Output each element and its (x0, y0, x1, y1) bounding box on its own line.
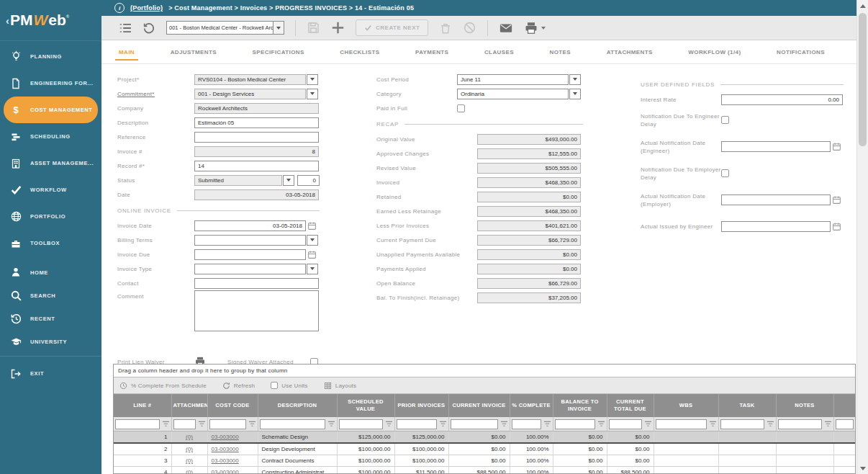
filter-input-prior-invoices[interactable] (397, 419, 437, 429)
sidebar-item-recent[interactable]: RECENT (0, 307, 101, 330)
sidebar-item-engineering-forms[interactable]: ENGINEERING FOR... (0, 70, 101, 97)
contact-field[interactable] (194, 278, 319, 289)
chevron-down-icon[interactable] (307, 89, 318, 99)
column-header-line[interactable]: LINE # (114, 394, 171, 417)
attachment-link[interactable]: (0) (186, 434, 193, 440)
attachment-link[interactable]: (0) (186, 469, 193, 474)
record-number-field[interactable]: 14 (194, 161, 319, 171)
filter-input-wbs[interactable] (656, 419, 707, 429)
column-header-wbs[interactable]: WBS (654, 394, 718, 417)
commitment-select[interactable]: 001 - Design Services (194, 89, 306, 99)
chevron-down-icon[interactable] (307, 264, 318, 274)
tab-specifications[interactable]: SPECIFICATIONS (253, 40, 304, 63)
project-select[interactable]: RVS0104 - Boston Medical Center (194, 74, 306, 85)
print-options-chevron-icon[interactable] (541, 27, 546, 30)
use-units-toggle[interactable]: Use Units (271, 382, 307, 389)
filter-input-extra[interactable] (836, 419, 854, 429)
chevron-down-icon[interactable] (569, 89, 581, 99)
category-select[interactable]: Ordinaria (457, 89, 569, 99)
chevron-down-icon[interactable] (307, 74, 318, 85)
commitment-label-link[interactable]: Commitment* (117, 91, 194, 97)
table-row[interactable]: 1 (0) 03-003000 Schematic Design $125,00… (114, 431, 855, 444)
info-icon[interactable]: i (114, 3, 125, 13)
tab-attachments[interactable]: ATTACHMENTS (607, 40, 653, 63)
interest-rate-field[interactable]: 0.00 (721, 94, 843, 105)
status-select[interactable]: Submitted (194, 175, 282, 186)
filter-input-task[interactable] (720, 419, 764, 429)
cost-code-link[interactable]: 03-003000 (212, 469, 239, 474)
column-header-prior-invoices[interactable]: PRIOR INVOICES (394, 394, 448, 417)
description-field[interactable]: Estimación 05 (194, 117, 319, 128)
sidebar-item-workflow[interactable]: WORKFLOW (0, 176, 101, 203)
group-by-bar[interactable]: Drag a column header and drop it here to… (114, 365, 855, 377)
filter-input-current-total-due[interactable] (609, 419, 642, 429)
refresh-button[interactable]: Refresh (222, 382, 255, 390)
tab-notifications[interactable]: NOTIFICATIONS (777, 40, 825, 63)
sidebar-item-exit[interactable]: EXIT (0, 360, 101, 387)
mail-icon[interactable] (499, 21, 513, 35)
notif-employer-checkbox[interactable] (721, 169, 729, 177)
tab-checklists[interactable]: CHECKLISTS (340, 40, 379, 63)
scrollbar-thumb[interactable] (859, 13, 867, 146)
notif-engineer-checkbox[interactable] (721, 116, 729, 124)
vertical-scrollbar[interactable] (856, 0, 868, 474)
sidebar-item-portfolio[interactable]: PORTFOLIO (0, 203, 101, 230)
tab-payments[interactable]: PAYMENTS (415, 40, 448, 63)
column-header-description[interactable]: DESCRIPTION (258, 394, 337, 417)
record-selector-dropdown[interactable]: 001 - Boston Medical Center - Rockwell A… (166, 21, 284, 35)
create-next-button[interactable]: CREATE NEXT (356, 19, 428, 36)
column-header-current-total-due[interactable]: CURRENT TOTAL DUE (607, 394, 654, 417)
tab-adjustments[interactable]: ADJUSTMENTS (171, 40, 217, 63)
numbered-list-icon[interactable] (119, 22, 132, 35)
attachment-link[interactable]: (0) (186, 446, 193, 452)
cost-code-link[interactable]: 03-003000 (212, 446, 239, 452)
ban-icon[interactable] (463, 21, 476, 35)
comment-textarea[interactable] (194, 290, 319, 331)
filter-input-current-invoice[interactable] (451, 419, 498, 429)
sidebar-item-university[interactable]: UNIVERSITY (0, 330, 101, 353)
use-units-checkbox[interactable] (271, 382, 278, 389)
sidebar-item-home[interactable]: HOME (0, 261, 101, 284)
breadcrumb-portfolio-link[interactable]: (Portfolio) (130, 4, 163, 12)
sidebar-item-toolbox[interactable]: TOOLBOX (0, 230, 101, 256)
tab-workflow[interactable]: WORKFLOW (1/4) (688, 40, 741, 63)
chevron-down-icon[interactable] (569, 74, 581, 85)
column-header-task[interactable]: TASK (718, 394, 776, 417)
filter-input-pct-complete[interactable] (512, 419, 541, 429)
calendar-icon[interactable] (832, 222, 841, 231)
print-icon[interactable] (524, 21, 538, 35)
chevron-down-icon[interactable] (283, 175, 294, 186)
filter-input-scheduled-value[interactable] (339, 419, 383, 429)
column-header-attachment[interactable]: ATTACHMENT (171, 394, 207, 417)
paid-in-full-checkbox[interactable] (457, 104, 465, 112)
attachment-link[interactable]: (0) (186, 457, 193, 464)
sidebar-item-cost-management[interactable]: $ COST MANAGEMENT (4, 97, 98, 123)
filter-input-description[interactable] (260, 419, 325, 429)
add-icon[interactable] (331, 21, 345, 35)
sidebar-item-search[interactable]: SEARCH (0, 284, 101, 307)
sidebar-item-scheduling[interactable]: SCHEDULING (0, 123, 101, 150)
table-row[interactable]: 4 (0) 03-003000 Construction Administrat… (114, 467, 855, 474)
sidebar-item-planning[interactable]: PLANNING (0, 43, 101, 70)
pmweb-logo[interactable]: ‹PMWeb® (0, 0, 101, 41)
column-header-scheduled-value[interactable]: SCHEDULED VALUE (337, 394, 394, 417)
actual-notif-engineer-field[interactable] (721, 141, 831, 152)
scroll-up-icon[interactable] (857, 0, 868, 12)
invoice-type-select[interactable] (194, 264, 306, 274)
invoice-date-field[interactable]: 03-05-2018 (194, 220, 306, 231)
column-header-notes[interactable]: NOTES (776, 394, 833, 417)
cost-period-select[interactable]: June 11 (457, 74, 569, 85)
reference-field[interactable] (194, 132, 319, 143)
cost-code-link[interactable]: 03-003000 (212, 434, 239, 440)
table-row[interactable]: 3 (0) 03-003000 Contract Documents $100,… (114, 455, 855, 467)
filter-input-cost-code[interactable] (209, 419, 246, 429)
actual-notif-employer-field[interactable] (721, 194, 831, 205)
chevron-down-icon[interactable] (273, 22, 284, 34)
calendar-icon[interactable] (307, 250, 317, 259)
sidebar-item-asset-management[interactable]: ASSET MANAGEME... (0, 150, 101, 176)
history-icon[interactable] (143, 22, 155, 35)
filter-input-attachment[interactable] (173, 419, 196, 429)
column-header-pct-complete[interactable]: % COMPLETE (510, 394, 553, 417)
filter-input-notes[interactable] (778, 419, 822, 429)
calendar-icon[interactable] (307, 221, 317, 231)
